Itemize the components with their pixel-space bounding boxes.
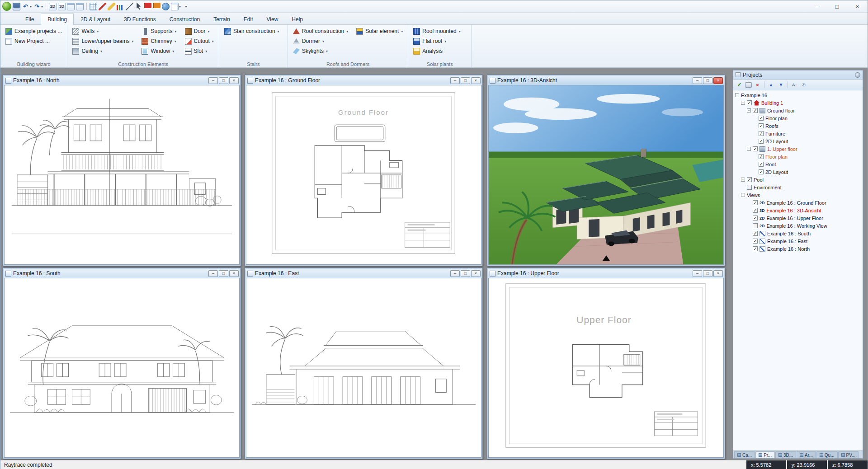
- banner-icon[interactable]: [153, 3, 160, 10]
- dropdown-arrow-icon[interactable]: ▾: [30, 5, 32, 9]
- tab-terrain[interactable]: Terrain: [207, 14, 237, 24]
- ribbon-item-new-project[interactable]: New Project ...: [4, 37, 63, 46]
- window-maximize-button[interactable]: □: [219, 270, 228, 277]
- panel-tab-3d[interactable]: 3D...: [775, 451, 796, 458]
- tree-item-furniture[interactable]: ✓Furniture: [733, 130, 863, 137]
- page-icon[interactable]: [171, 3, 179, 10]
- dropdown-arrow-icon[interactable]: ▾: [175, 29, 176, 33]
- checkbox[interactable]: ✓: [759, 123, 764, 128]
- ribbon-item-chimney[interactable]: Chimney▾: [140, 37, 178, 46]
- window-close-button[interactable]: ×: [471, 77, 481, 84]
- ribbon-item-ceiling[interactable]: Ceiling▾: [71, 47, 135, 56]
- window-maximize-button[interactable]: □: [461, 270, 470, 277]
- checkbox[interactable]: ✓: [759, 154, 764, 159]
- ribbon-item-stair-construction[interactable]: Stair construction▾: [223, 27, 281, 36]
- window-example16-east[interactable]: Example 16 : East –□×: [245, 267, 483, 459]
- checkbox[interactable]: ✓: [753, 216, 758, 220]
- render-canvas[interactable]: [488, 85, 724, 265]
- view-3d-icon[interactable]: 3D: [58, 3, 66, 10]
- window-example16-south[interactable]: Example 16 : South –□×: [3, 267, 241, 459]
- window-maximize-button[interactable]: □: [461, 77, 470, 84]
- window-minimize-button[interactable]: –: [208, 270, 218, 277]
- panel-options-icon[interactable]: [855, 72, 860, 78]
- ribbon-item-window[interactable]: Window▾: [140, 47, 178, 56]
- drawing-canvas[interactable]: Ground Floor: [246, 85, 481, 265]
- tab-file[interactable]: File: [19, 14, 41, 24]
- window-minimize-button[interactable]: –: [208, 77, 218, 84]
- drawing-canvas[interactable]: [246, 278, 481, 458]
- select-icon[interactable]: [135, 3, 142, 10]
- window-minimize-button[interactable]: –: [450, 270, 460, 277]
- tree-item-2d-layout[interactable]: ✓2D Layout: [733, 137, 863, 145]
- checkbox[interactable]: ✓: [753, 208, 758, 213]
- panel-tab-ca[interactable]: Ca...: [734, 451, 755, 458]
- tree-item-example-16[interactable]: -Example 16: [733, 91, 863, 99]
- tab-construction[interactable]: Construction: [163, 14, 207, 24]
- slope-icon[interactable]: [126, 3, 133, 10]
- panel-tab-ar[interactable]: Ar...: [797, 451, 816, 458]
- collapse-icon[interactable]: -: [747, 108, 751, 113]
- window-close-button[interactable]: ×: [713, 270, 723, 277]
- undo-icon[interactable]: ↶: [22, 3, 29, 10]
- checkbox[interactable]: ✓: [747, 177, 752, 182]
- move-up-icon[interactable]: ▲: [767, 81, 775, 89]
- dropdown-arrow-icon[interactable]: ▾: [212, 39, 214, 43]
- dropdown-arrow-icon[interactable]: ▾: [346, 29, 348, 33]
- projects-panel-header[interactable]: Projects: [733, 70, 863, 80]
- ribbon-item-walls[interactable]: Walls▾: [71, 27, 135, 36]
- dropdown-arrow-icon[interactable]: ▾: [444, 39, 446, 43]
- dropdown-arrow-icon[interactable]: ▾: [172, 49, 174, 53]
- window-close-button[interactable]: ×: [471, 270, 481, 277]
- dropdown-arrow-icon[interactable]: ▾: [41, 5, 43, 9]
- drawing-canvas[interactable]: [4, 85, 240, 265]
- tree-item-example-16-3d-ansicht[interactable]: ✓3DExample 16 : 3D-Ansicht: [733, 206, 863, 214]
- new-view-icon[interactable]: [76, 3, 84, 10]
- checkbox[interactable]: ✓: [759, 116, 764, 121]
- apply-icon[interactable]: ✓: [735, 81, 744, 89]
- tree-item-example-16-east[interactable]: ✓Example 16 : East: [733, 237, 863, 245]
- window-title-bar[interactable]: Example 16 : 3D-Ansicht –□×: [488, 76, 724, 85]
- expand-icon[interactable]: +: [741, 178, 745, 182]
- ribbon-item-flat-roof[interactable]: Flat roof▾: [412, 37, 462, 46]
- checkbox[interactable]: [753, 223, 758, 228]
- checkbox[interactable]: [747, 185, 752, 190]
- checkbox[interactable]: ✓: [759, 139, 764, 144]
- window-minimize-button[interactable]: –: [450, 77, 460, 84]
- app-logo[interactable]: [2, 2, 11, 11]
- ribbon-item-dormer[interactable]: Dormer▾: [292, 37, 349, 46]
- grid-icon[interactable]: [90, 3, 97, 10]
- checkbox[interactable]: ✓: [759, 131, 764, 136]
- panel-tab-pr[interactable]: Pr...: [755, 451, 775, 458]
- window-title-bar[interactable]: Example 16 : East –□×: [246, 269, 481, 278]
- window-close-button[interactable]: ×: [229, 77, 239, 84]
- dropdown-arrow-icon[interactable]: ▾: [205, 49, 207, 53]
- checkbox[interactable]: ✓: [753, 146, 758, 151]
- report-icon[interactable]: [745, 82, 752, 88]
- dropdown-arrow-icon[interactable]: ▾: [100, 49, 102, 53]
- dropdown-arrow-icon[interactable]: ▾: [97, 29, 99, 33]
- window-maximize-button[interactable]: □: [703, 270, 712, 277]
- ribbon-item-skylights[interactable]: Skylights▾: [292, 47, 349, 56]
- dropdown-arrow-icon[interactable]: ▾: [132, 39, 133, 43]
- ribbon-item-lower-upper-beams[interactable]: Lower/upper beams▾: [71, 37, 135, 46]
- tree-item-floor-plan[interactable]: ✓Floor plan: [733, 114, 863, 122]
- checkbox[interactable]: ✓: [753, 231, 758, 236]
- ribbon-item-example-projects[interactable]: Example projects ...: [4, 27, 63, 36]
- tree-item-example-16-south[interactable]: ✓Example 16 : South: [733, 230, 863, 237]
- tab-view[interactable]: View: [260, 14, 285, 24]
- dropdown-arrow-icon[interactable]: ▾: [175, 39, 176, 43]
- tree-item-example-16-upper-floor[interactable]: ✓2DExample 16 : Upper Floor: [733, 214, 863, 222]
- flag-icon[interactable]: [144, 3, 151, 10]
- redline-icon[interactable]: [99, 3, 106, 10]
- redo-icon[interactable]: ↷: [33, 3, 41, 10]
- tree-item-environment[interactable]: Environment: [733, 183, 863, 191]
- window-close-button[interactable]: ×: [713, 77, 723, 84]
- window-example16-ground-floor[interactable]: Example 16 : Ground Floor –□× Ground Flo…: [245, 75, 483, 266]
- tree-item-2d-layout[interactable]: ✓2D Layout: [733, 168, 863, 176]
- globe-icon[interactable]: [162, 3, 170, 10]
- collapse-icon[interactable]: -: [735, 93, 739, 97]
- window-maximize-button[interactable]: □: [219, 77, 228, 84]
- checkbox[interactable]: ✓: [753, 108, 758, 113]
- tab-2d-layout[interactable]: 2D & Layout: [74, 14, 117, 24]
- drawing-canvas[interactable]: [4, 278, 240, 458]
